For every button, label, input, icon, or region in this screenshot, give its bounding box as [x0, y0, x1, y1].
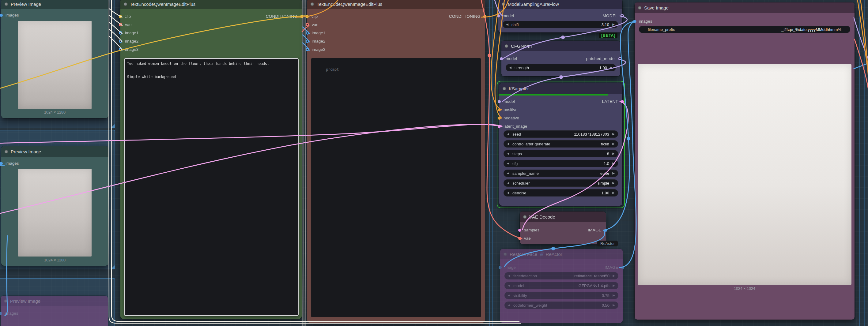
widget-control-after-generate[interactable]: control after generatefixed [503, 140, 618, 148]
input-port-model[interactable]: model [504, 55, 517, 63]
prompt-textarea[interactable]: Two naked women kneel on the floor, thei… [124, 58, 299, 316]
widget-seed[interactable]: seed1101837188127303 [503, 130, 618, 138]
node-model-sampling-auraflow[interactable]: ModelSamplingAuraFlow model MODEL shift3… [498, 0, 622, 32]
port-dot-icon[interactable] [497, 14, 500, 18]
input-port-images[interactable]: images [638, 17, 652, 25]
stepper-right-icon[interactable] [612, 160, 615, 167]
stepper-left-icon[interactable] [506, 140, 510, 148]
node-text-encode-positive[interactable]: TextEncodeQwenImageEditPlus clipvaeimage… [120, 0, 302, 319]
port-dot-icon[interactable] [119, 15, 122, 18]
widget-value[interactable]: 3.10 [601, 22, 609, 27]
port-dot-icon[interactable] [306, 48, 309, 51]
stepper-left-icon[interactable] [508, 64, 512, 71]
widget-value[interactable]: euler [600, 171, 609, 176]
port-dot-icon[interactable] [500, 57, 503, 60]
stepper-right-icon[interactable] [612, 189, 615, 197]
widget-value[interactable]: 1.0 [604, 161, 609, 166]
input-port-image1[interactable]: image1 [123, 29, 138, 37]
input-port-vae[interactable]: vae [523, 234, 531, 242]
node-text-encode-negative[interactable]: TextEncodeQwenImageEditPlus clipvaeimage… [307, 0, 485, 323]
stepper-left-icon[interactable] [506, 160, 510, 167]
widget-facedetection[interactable]: facedetectionretinaface_resnet50 [504, 272, 618, 280]
collapse-dot-icon[interactable] [5, 150, 8, 153]
stepper-right-icon[interactable] [612, 130, 615, 138]
collapse-dot-icon[interactable] [505, 44, 508, 48]
input-port-negative[interactable]: negative [502, 114, 519, 122]
widget-value[interactable]: 1101837188127303 [574, 132, 609, 136]
group-resize-handle-icon[interactable] [111, 265, 115, 269]
preview-image-thumbnail[interactable] [18, 21, 92, 109]
collapse-dot-icon[interactable] [5, 2, 8, 6]
input-port-model[interactable]: model [502, 97, 515, 106]
stepper-right-icon[interactable] [612, 292, 616, 299]
widget-value[interactable]: 0.50 [602, 303, 610, 307]
output-port-image[interactable]: IMAGE [588, 226, 603, 234]
stepper-left-icon[interactable] [507, 272, 511, 280]
input-port-images[interactable]: images [4, 11, 19, 19]
node-save-image[interactable]: Save Image images filename_prefix_i2i\qe… [634, 2, 855, 320]
port-dot-icon[interactable] [119, 31, 122, 35]
collapse-dot-icon[interactable] [4, 299, 7, 303]
collapse-dot-icon[interactable] [311, 2, 314, 6]
input-port-positive[interactable]: positive [502, 106, 518, 114]
input-port-vae[interactable]: vae [123, 21, 132, 29]
stepper-right-icon[interactable] [612, 272, 616, 280]
input-port-image[interactable]: image [503, 263, 516, 271]
port-dot-icon[interactable] [119, 23, 122, 26]
widget-sampler_name[interactable]: sampler_nameeuler [503, 170, 618, 177]
stepper-left-icon[interactable] [505, 21, 509, 28]
widget-scheduler[interactable]: schedulersimple [503, 180, 618, 187]
stepper-left-icon[interactable] [507, 282, 511, 289]
output-port-patched_model[interactable]: patched_model [586, 55, 617, 63]
output-port-conditioning[interactable]: CONDITIONING [449, 12, 482, 21]
stepper-left-icon[interactable] [506, 180, 510, 187]
node-preview-image-bottom-bypassed[interactable]: Preview Image images [1, 296, 108, 326]
stepper-right-icon[interactable] [612, 140, 615, 148]
input-port-image2[interactable]: image2 [123, 37, 138, 45]
widget-value[interactable]: GFPGANv1.4.pth [579, 284, 610, 288]
collapse-dot-icon[interactable] [124, 2, 127, 6]
port-dot-icon[interactable] [518, 229, 521, 232]
input-port-images[interactable]: images [4, 159, 19, 167]
port-dot-icon[interactable] [119, 39, 122, 43]
port-dot-icon[interactable] [499, 266, 502, 269]
stepper-left-icon[interactable] [506, 130, 510, 138]
port-dot-icon[interactable] [621, 266, 624, 269]
stepper-left-icon[interactable] [506, 170, 510, 177]
stepper-left-icon[interactable] [506, 189, 510, 197]
stepper-right-icon[interactable] [612, 170, 615, 177]
node-preview-image-mid[interactable]: Preview Image images 1024 × 1280 [1, 146, 108, 266]
port-dot-icon[interactable] [0, 312, 2, 315]
widget-visibility[interactable]: visibility0.75 [504, 292, 618, 299]
port-dot-icon[interactable] [0, 162, 3, 165]
widget-denoise[interactable]: denoise1.00 [503, 189, 618, 197]
node-reactor-restore-face-bypassed[interactable]: Restore Face /// ReActor image IMAGE fac… [500, 249, 623, 323]
saved-image-preview[interactable] [638, 64, 851, 285]
port-dot-icon[interactable] [498, 100, 501, 103]
port-dot-icon[interactable] [498, 108, 501, 111]
collapse-dot-icon[interactable] [503, 87, 506, 90]
preview-image-thumbnail[interactable] [18, 169, 92, 257]
port-dot-icon[interactable] [306, 31, 309, 35]
input-port-latent_image[interactable]: latent_image [502, 122, 527, 130]
widget-value[interactable]: 0.75 [602, 293, 610, 298]
input-port-clip[interactable]: clip [123, 12, 131, 21]
stepper-left-icon[interactable] [507, 301, 511, 309]
collapse-dot-icon[interactable] [523, 215, 527, 219]
widget-shift[interactable]: shift3.10 [503, 21, 618, 28]
stepper-right-icon[interactable] [612, 282, 616, 289]
output-port-model[interactable]: MODEL [602, 12, 620, 20]
input-port-image3[interactable]: image3 [123, 45, 138, 54]
port-dot-icon[interactable] [633, 20, 636, 23]
node-vae-decode[interactable]: VAE Decode samplesvae IMAGE [520, 211, 606, 244]
port-dot-icon[interactable] [604, 229, 607, 232]
stepper-left-icon[interactable] [506, 150, 510, 157]
stepper-left-icon[interactable] [507, 292, 511, 299]
stepper-right-icon[interactable] [612, 301, 616, 309]
collapse-dot-icon[interactable] [638, 6, 641, 9]
widget-codeformer_weight[interactable]: codeformer_weight0.50 [504, 301, 618, 309]
collapse-dot-icon[interactable] [503, 253, 507, 256]
input-port-images[interactable]: images [3, 309, 19, 318]
widget-value[interactable]: retinaface_resnet50 [574, 274, 610, 278]
input-port-samples[interactable]: samples [523, 226, 539, 234]
